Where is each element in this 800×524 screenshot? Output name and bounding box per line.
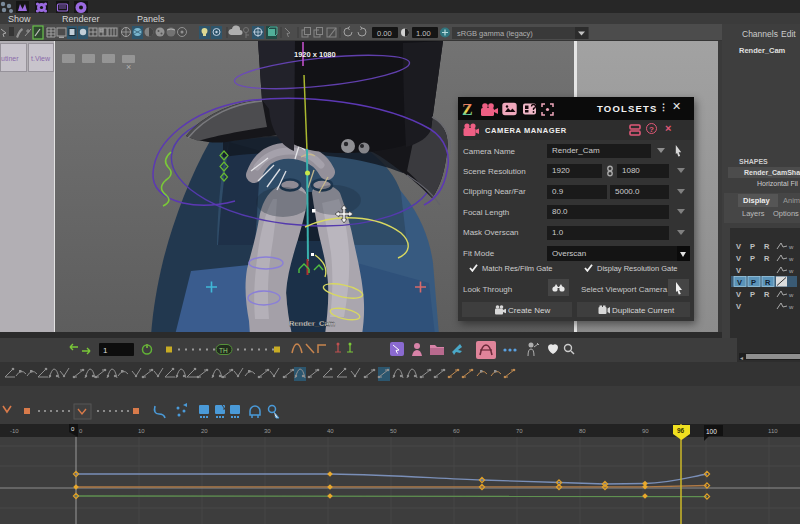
svg-text:1.00: 1.00 bbox=[416, 29, 431, 38]
svg-text:96: 96 bbox=[677, 427, 685, 434]
svg-text:80: 80 bbox=[579, 428, 586, 434]
svg-text:60: 60 bbox=[453, 428, 460, 434]
svg-text:110: 110 bbox=[768, 428, 778, 434]
svg-text:40: 40 bbox=[327, 428, 334, 434]
svg-text:0.00: 0.00 bbox=[377, 29, 392, 38]
svg-text:TH: TH bbox=[219, 347, 228, 354]
svg-text:50: 50 bbox=[390, 428, 397, 434]
svg-text:10: 10 bbox=[138, 428, 145, 434]
svg-text:70: 70 bbox=[516, 428, 523, 434]
svg-text:sRGB gamma (legacy): sRGB gamma (legacy) bbox=[457, 29, 533, 38]
svg-text:×: × bbox=[126, 62, 131, 72]
svg-text:1: 1 bbox=[103, 346, 108, 355]
svg-text:-10: -10 bbox=[10, 428, 19, 434]
svg-text:20: 20 bbox=[201, 428, 208, 434]
svg-text:90: 90 bbox=[642, 428, 649, 434]
svg-text:Z: Z bbox=[462, 101, 473, 118]
svg-text:Render_Cam: Render_Cam bbox=[289, 319, 336, 328]
svg-text:1920 x 1080: 1920 x 1080 bbox=[294, 50, 336, 59]
svg-text:100: 100 bbox=[706, 428, 717, 435]
svg-text:30: 30 bbox=[264, 428, 271, 434]
